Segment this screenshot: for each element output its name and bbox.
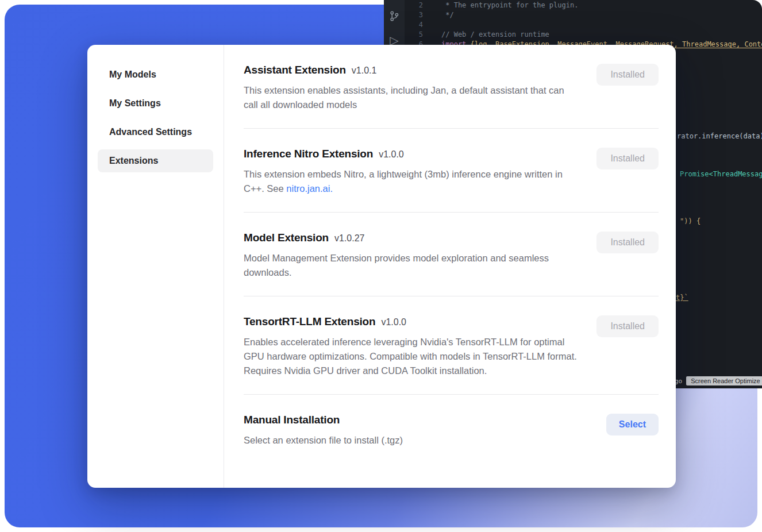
installed-button[interactable]: Installed: [596, 232, 659, 253]
nitro-jan-ai-link[interactable]: nitro.jan.ai.: [286, 183, 333, 194]
extension-version: v1.0.0: [379, 149, 404, 160]
code-line: 3 */: [407, 10, 762, 20]
editor-status-bar: go Screen Reader Optimize: [675, 376, 762, 385]
extension-description: This extension enables assistants, inclu…: [244, 83, 580, 112]
code-fragment: rator.inference(data));: [677, 132, 762, 140]
extension-section-model: Model Extension v1.0.27 Model Management…: [244, 212, 659, 296]
settings-sidebar: My Models My Settings Advanced Settings …: [87, 45, 224, 488]
line-number: 3: [407, 10, 423, 20]
extension-version: v1.0.27: [334, 233, 364, 244]
extension-title-row: Inference Nitro Extension v1.0.0: [244, 148, 580, 160]
select-file-button[interactable]: Select: [606, 414, 659, 435]
line-number: 5: [407, 30, 423, 40]
extension-version: v1.0.1: [352, 65, 377, 76]
settings-modal: My Models My Settings Advanced Settings …: [87, 45, 676, 488]
extension-description: Enables accelerated inference leveraging…: [244, 335, 580, 378]
extension-name: TensortRT-LLM Extension: [244, 315, 375, 328]
extension-description: This extension embeds Nitro, a lightweig…: [244, 167, 580, 196]
extension-name: Inference Nitro Extension: [244, 148, 373, 160]
extension-description: Select an extension file to install (.tg…: [244, 433, 403, 448]
extension-description: Model Management Extension provides mode…: [244, 251, 580, 280]
extension-version: v1.0.0: [381, 317, 406, 327]
extension-title-row: Model Extension v1.0.27: [244, 232, 580, 244]
extension-title-row: Assistant Extension v1.0.1: [244, 64, 580, 76]
code-line: 4: [407, 20, 762, 30]
code-fragment: ")) {: [680, 217, 701, 225]
installed-button[interactable]: Installed: [596, 148, 659, 169]
line-number: 4: [407, 20, 423, 30]
screen: ▷ 2 * The entrypoint for the plugin. 3 *…: [0, 0, 762, 532]
manual-installation-section: Manual Installation Select an extension …: [244, 394, 659, 464]
extension-section-nitro: Inference Nitro Extension v1.0.0 This ex…: [244, 128, 659, 212]
extension-section-assistant: Assistant Extension v1.0.1 This extensio…: [244, 45, 659, 128]
extensions-panel: Assistant Extension v1.0.1 This extensio…: [224, 45, 676, 488]
code-line: 2 * The entrypoint for the plugin.: [407, 1, 762, 10]
extension-title-row: TensortRT-LLM Extension v1.0.0: [244, 315, 580, 328]
installed-button[interactable]: Installed: [596, 64, 659, 86]
installed-button[interactable]: Installed: [596, 315, 659, 337]
code-fragment: t}`: [676, 294, 688, 302]
code-area: 2 * The entrypoint for the plugin. 3 */ …: [407, 1, 762, 49]
code-line: 5// Web / extension runtime: [407, 30, 762, 40]
source-control-icon[interactable]: [387, 9, 401, 23]
sidebar-item-extensions[interactable]: Extensions: [98, 149, 213, 172]
extension-name: Assistant Extension: [244, 64, 346, 76]
sidebar-item-advanced-settings[interactable]: Advanced Settings: [98, 121, 213, 144]
line-number: 2: [407, 1, 423, 10]
extension-name: Model Extension: [244, 232, 329, 244]
code-fragment: Promise<ThreadMessage>: [680, 170, 762, 178]
sidebar-item-my-settings[interactable]: My Settings: [98, 92, 213, 115]
screen-reader-chip[interactable]: Screen Reader Optimize: [686, 376, 762, 385]
extension-name: Manual Installation: [244, 414, 340, 426]
extension-section-tensorrt: TensortRT-LLM Extension v1.0.0 Enables a…: [244, 296, 659, 394]
extension-title-row: Manual Installation: [244, 414, 403, 426]
sidebar-item-my-models[interactable]: My Models: [98, 63, 213, 86]
